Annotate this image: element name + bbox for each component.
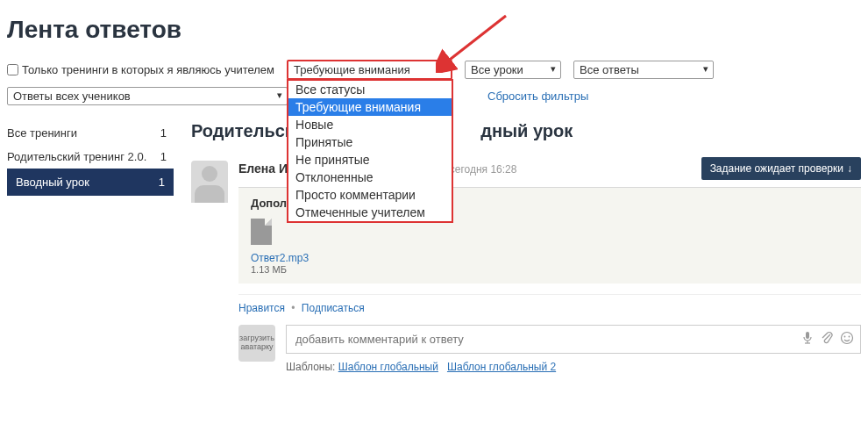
lessons-filter-select[interactable]: Все уроки [465, 61, 561, 79]
reset-filters-link[interactable]: Сбросить фильтры [487, 90, 588, 103]
filter-row-1: Только тренинги в которых я являюсь учит… [7, 60, 861, 80]
sidebar-item-count: 1 [159, 176, 165, 189]
sidebar-item-all-trainings[interactable]: Все тренинги 1 [7, 121, 174, 145]
status-filter-wrap: Требующие внимания Все статусы Требующие… [287, 60, 452, 80]
template-link-2[interactable]: Шаблон глобальный 2 [447, 361, 556, 373]
students-filter-select-wrap[interactable]: Ответы всех учеников [7, 87, 288, 105]
mini-avatar-upload[interactable]: загрузить аватарку [238, 325, 275, 362]
status-option-declined[interactable]: Отклоненные [288, 169, 452, 186]
emoji-icon[interactable] [840, 331, 854, 348]
file-name[interactable]: Ответ2.mp3 [251, 252, 849, 264]
svg-point-5 [844, 336, 846, 338]
status-option-marked[interactable]: Отмеченные учителем [288, 204, 452, 221]
status-badge[interactable]: Задание ожидает проверки ↓ [701, 157, 861, 180]
status-badge-text: Задание ожидает проверки [710, 162, 843, 175]
svg-point-4 [842, 333, 853, 344]
sidebar-item-label: Вводный урок [16, 176, 89, 189]
file-attachment[interactable]: Ответ2.mp3 1.13 МБ [251, 219, 849, 275]
svg-rect-1 [806, 332, 809, 339]
breadcrumb-suffix: дный урок [480, 121, 573, 140]
templates-label: Шаблоны: [286, 361, 335, 373]
status-option-rejected[interactable]: Не принятые [288, 151, 452, 169]
lessons-filter-select-wrap[interactable]: Все уроки [465, 61, 561, 79]
status-option-all[interactable]: Все статусы [288, 81, 452, 98]
comment-input[interactable] [286, 325, 861, 354]
sidebar-item-intro-lesson[interactable]: Вводный урок 1 [7, 169, 174, 196]
sidebar: Все тренинги 1 Родительский тренинг 2.0.… [7, 121, 174, 373]
status-filter-select-wrap[interactable]: Требующие внимания [287, 60, 452, 80]
comment-row: загрузить аватарку [238, 325, 861, 373]
input-icons [801, 331, 854, 348]
teacher-only-checkbox[interactable] [7, 64, 18, 75]
like-link[interactable]: Нравится [238, 302, 285, 314]
answers-filter-select-wrap[interactable]: Все ответы [573, 61, 714, 79]
microphone-icon[interactable] [801, 331, 814, 348]
comment-input-wrap: Шаблоны: Шаблон глобальный Шаблон глобал… [286, 325, 861, 373]
svg-point-6 [849, 336, 850, 338]
author-avatar [191, 161, 228, 203]
page-title: Лента ответов [7, 16, 861, 44]
answers-filter-select[interactable]: Все ответы [573, 61, 714, 79]
status-option-accepted[interactable]: Принятые [288, 133, 452, 151]
file-size: 1.13 МБ [251, 264, 849, 275]
sidebar-item-parent-training[interactable]: Родительский тренинг 2.0. 1 [7, 145, 174, 169]
status-option-attention[interactable]: Требующие внимания [288, 98, 452, 116]
status-filter-select[interactable]: Требующие внимания [288, 61, 451, 78]
download-icon: ↓ [847, 162, 852, 175]
attachment-icon[interactable] [821, 331, 833, 348]
sidebar-item-count: 1 [160, 150, 167, 163]
subscribe-link[interactable]: Подписаться [302, 302, 365, 314]
separator-dot: • [291, 302, 295, 314]
template-link-1[interactable]: Шаблон глобальный [338, 361, 438, 373]
teacher-only-text: Только тренинги в которых я являюсь учит… [22, 63, 274, 76]
answer-actions: Нравится • Подписаться [238, 294, 861, 314]
templates-row: Шаблоны: Шаблон глобальный Шаблон глобал… [286, 361, 861, 373]
status-option-comments[interactable]: Просто комментарии [288, 186, 452, 204]
students-filter-select[interactable]: Ответы всех учеников [7, 87, 288, 105]
sidebar-item-label: Родительский тренинг 2.0. [7, 150, 146, 163]
status-dropdown: Все статусы Требующие внимания Новые При… [287, 79, 453, 223]
sidebar-item-label: Все тренинги [7, 126, 77, 140]
status-option-new[interactable]: Новые [288, 116, 452, 133]
file-icon [251, 219, 272, 245]
sidebar-item-count: 1 [160, 126, 167, 140]
teacher-only-checkbox-label[interactable]: Только тренинги в которых я являюсь учит… [7, 63, 274, 76]
